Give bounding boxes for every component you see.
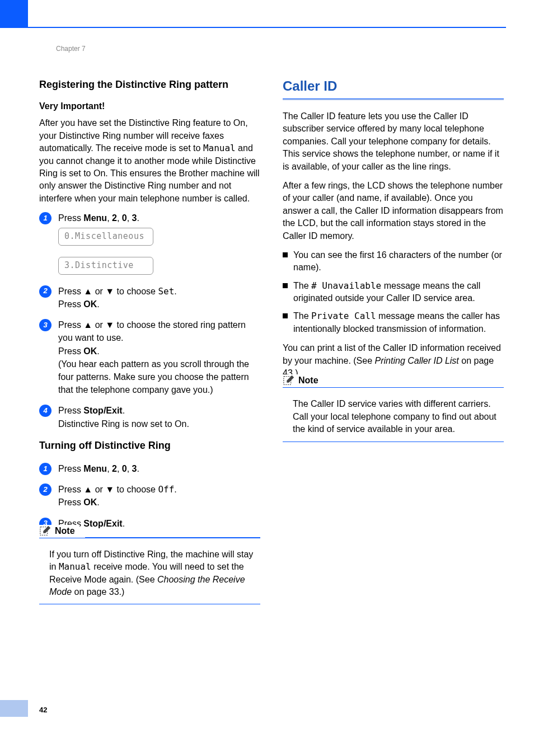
bullet-text-pre: The [293,281,311,290]
sep: , [127,213,132,223]
sep: , [117,464,122,473]
step-badge: 4 [39,405,51,417]
sep: , [107,464,112,473]
heading-turning-off: Turning off Distinctive Ring [39,439,260,452]
step-body: Press Menu, 2, 0, 3. 0.Miscellaneous 3.D… [58,212,260,277]
step-text: . [97,299,99,309]
key-menu: Menu [83,464,107,473]
step-text: . [137,213,139,223]
heading-underline [283,98,504,100]
key-0: 0 [122,213,127,223]
page-number: 42 [39,706,47,714]
step-body: Press Menu, 2, 0, 3. [58,462,260,475]
sep: , [107,213,112,223]
callerid-bullets: You can see the first 16 characters of t… [283,249,504,335]
step-text: . [123,406,125,415]
right-column: Caller ID The Caller ID feature lets you… [283,78,504,604]
key-stop-exit: Stop/Exit [83,406,122,415]
step-badge: 2 [39,483,51,496]
note-content: The Caller ID service varies with differ… [283,398,504,435]
key-2: 2 [112,213,117,223]
note-box-right: Note The Caller ID service varies with d… [283,387,504,442]
step-text: or [92,485,105,494]
key-ok: OK [83,299,97,309]
sep: , [117,213,122,223]
step-text: Press [58,213,83,223]
chapter-label: Chapter 7 [56,45,86,53]
step-text: Press [58,346,83,356]
step-text: Press [58,464,83,473]
step-badge: 2 [39,285,51,298]
mono-off: Off [158,484,174,495]
bullet-text-pre: The [293,311,311,321]
step-body: Press ▲ or ▼ to choose the stored ring p… [58,318,260,396]
heading-very-important: Very Important! [39,101,260,111]
key-2: 2 [112,464,117,473]
p3-link[interactable]: Printing Caller ID List [375,356,459,365]
blue-side-tab-bottom [0,700,28,717]
note-content: If you turn off Distinctive Ring, the ma… [39,548,260,599]
mono-set: Set [158,286,174,297]
left-column: Registering the Distinctive Ring pattern… [39,78,260,604]
step-text: Press [58,320,83,330]
intro-paragraph: After you have set the Distinctive Ring … [39,117,260,205]
key-3: 3 [132,464,137,473]
step-badge: 1 [39,463,51,475]
bullet-square-icon [283,252,288,257]
bullet-text: You can see the first 16 characters of t… [293,249,504,274]
arrow-up-icon: ▲ [83,320,92,330]
steps-registering: 1 Press Menu, 2, 0, 3. 0.Miscellaneous 3… [39,212,260,430]
step-text: . [97,497,99,507]
arrow-down-icon: ▼ [105,485,114,494]
bullet-text: The Private Call message means the calle… [293,310,504,335]
arrow-down-icon: ▼ [105,287,114,296]
step-text: Press [58,497,83,507]
key-stop-exit: Stop/Exit [83,519,122,528]
note-rule [329,387,504,388]
note-label: Note [298,375,318,386]
bullet-square-icon [283,283,288,288]
step-text: to choose [114,485,158,494]
note-text: on page 33.) [72,587,124,597]
note-pencil-icon [39,525,51,537]
arrow-up-icon: ▲ [83,485,92,494]
bullet-mono: Private Call [311,311,376,321]
step-body: Press Stop/Exit. Distinctive Ring is now… [58,404,260,430]
step-text: . [123,519,125,528]
callerid-p3: You can print a list of the Caller ID in… [283,342,504,379]
step-text: Press [58,299,83,309]
blue-corner-tab [0,0,28,28]
sep: , [127,464,132,473]
lcd-display: 0.Miscellaneous [58,228,153,246]
note-header: Note [283,374,323,387]
step-text: or [92,320,105,330]
step-text: to choose [114,287,158,296]
heading-caller-id: Caller ID [283,78,504,94]
key-3: 3 [132,213,137,223]
key-ok: OK [83,497,97,507]
note-box-left: Note If you turn off Distinctive Ring, t… [39,538,260,605]
note-header: Note [39,525,79,537]
arrow-down-icon: ▼ [105,320,114,330]
step-text: . [174,287,176,296]
note-rule [85,537,260,538]
step-badge: 3 [39,319,51,331]
step-body: Press Stop/Exit. [58,517,260,530]
callerid-p1: The Caller ID feature lets you use the C… [283,110,504,173]
step-text: . [174,485,176,494]
intro-mono-manual: Manual [203,143,236,153]
step-text: Press [58,287,83,296]
key-menu: Menu [83,213,107,223]
step-body: Press ▲ or ▼ to choose Off. Press OK. [58,483,260,509]
step-text: (You hear each pattern as you scroll thr… [58,359,249,395]
key-ok: OK [83,346,97,356]
step-text: . [97,346,99,356]
step-text: Distinctive Ring is now set to On. [58,419,189,429]
note-label: Note [55,526,75,536]
bullet-square-icon [283,313,288,318]
step-body: Press ▲ or ▼ to choose Set. Press OK. [58,285,260,311]
bullet-mono: # Unavailable [311,280,381,291]
heading-registering: Registering the Distinctive Ring pattern [39,78,260,91]
key-0: 0 [122,464,127,473]
step-badge: 1 [39,212,51,224]
